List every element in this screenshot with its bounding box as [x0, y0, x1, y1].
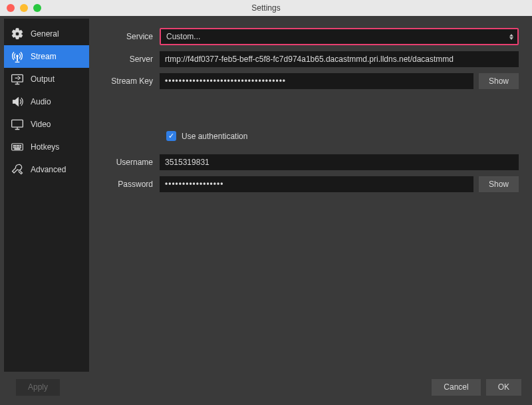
- sidebar-item-advanced[interactable]: Advanced: [4, 158, 89, 181]
- use-auth-checkbox[interactable]: ✓: [166, 131, 176, 141]
- password-label: Password: [102, 180, 160, 189]
- gear-icon: [11, 27, 24, 41]
- server-label: Server: [102, 55, 160, 64]
- ok-button[interactable]: OK: [486, 379, 521, 396]
- svg-rect-7: [17, 146, 17, 146]
- streamkey-label: Stream Key: [102, 76, 160, 86]
- show-streamkey-button[interactable]: Show: [479, 73, 519, 89]
- sidebar-item-video[interactable]: Video: [4, 113, 89, 136]
- svg-rect-6: [15, 146, 16, 146]
- svg-rect-3: [12, 120, 23, 127]
- sidebar-item-output[interactable]: Output: [4, 68, 89, 90]
- streamkey-input[interactable]: [160, 73, 473, 89]
- maximize-icon[interactable]: [33, 4, 41, 12]
- close-icon[interactable]: [7, 4, 15, 12]
- server-input[interactable]: [160, 51, 519, 67]
- apply-button[interactable]: Apply: [16, 379, 60, 396]
- sidebar-item-label: Audio: [31, 97, 51, 106]
- svg-rect-8: [19, 146, 19, 146]
- sidebar-item-audio[interactable]: Audio: [4, 90, 89, 113]
- monitor-icon: [11, 118, 24, 131]
- sidebar-item-hotkeys[interactable]: Hotkeys: [4, 136, 89, 158]
- sidebar-item-label: Output: [31, 74, 55, 84]
- svg-rect-1: [17, 57, 17, 61]
- minimize-icon[interactable]: [20, 4, 28, 12]
- service-label: Service: [102, 32, 160, 41]
- use-auth-label: Use authentication: [182, 132, 247, 141]
- sidebar: General Stream Output Audio: [4, 19, 89, 372]
- service-select-value[interactable]: [161, 29, 517, 44]
- cancel-button[interactable]: Cancel: [432, 379, 480, 396]
- svg-rect-13: [19, 147, 19, 148]
- settings-panel: Service Server Stream Key Sho: [89, 16, 532, 376]
- sidebar-item-label: Advanced: [31, 165, 66, 174]
- tools-icon: [11, 163, 24, 176]
- sidebar-item-label: Video: [31, 120, 51, 129]
- svg-rect-14: [20, 147, 21, 148]
- footer: Apply Cancel OK: [0, 376, 532, 405]
- keyboard-icon: [11, 140, 24, 154]
- window-title: Settings: [0, 3, 532, 13]
- titlebar: Settings: [0, 0, 532, 16]
- sidebar-item-label: Stream: [31, 52, 57, 61]
- svg-rect-9: [20, 146, 21, 146]
- speaker-icon: [11, 95, 24, 108]
- svg-rect-11: [15, 147, 16, 148]
- username-label: Username: [102, 158, 160, 167]
- sidebar-item-label: General: [31, 29, 59, 39]
- broadcast-icon: [11, 50, 24, 63]
- show-password-button[interactable]: Show: [479, 176, 519, 192]
- sidebar-item-label: Hotkeys: [31, 142, 59, 152]
- monitor-output-icon: [11, 72, 24, 86]
- svg-rect-12: [17, 147, 17, 148]
- svg-rect-10: [13, 147, 14, 148]
- service-select[interactable]: [160, 28, 519, 45]
- password-input[interactable]: [160, 176, 473, 192]
- svg-rect-5: [13, 146, 14, 146]
- sidebar-item-stream[interactable]: Stream: [4, 45, 89, 68]
- sidebar-item-general[interactable]: General: [4, 23, 89, 45]
- username-input[interactable]: [160, 154, 519, 170]
- svg-rect-15: [15, 149, 20, 150]
